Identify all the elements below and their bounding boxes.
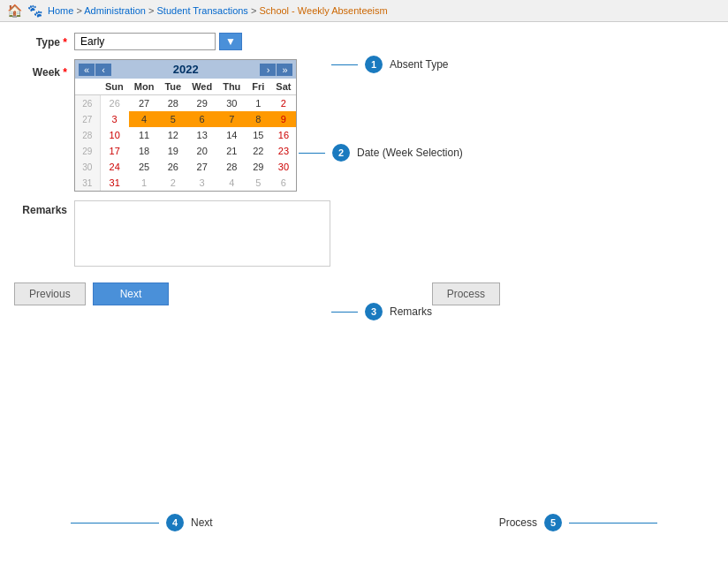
remarks-textarea[interactable]	[74, 200, 330, 267]
calendar-day[interactable]: 5	[159, 111, 186, 127]
calendar-day[interactable]: 13	[186, 127, 217, 143]
calendar-day[interactable]: 3	[186, 175, 217, 191]
week-number: 29	[75, 143, 100, 159]
next-month-button[interactable]: ›	[260, 64, 276, 76]
form-section: Type * ▼ Week * « ‹ 2022	[14, 33, 500, 305]
badge-4: 4	[166, 514, 184, 531]
remarks-row: Remarks	[14, 200, 500, 267]
next-button[interactable]: Next	[93, 282, 170, 305]
calendar-day[interactable]: 30	[217, 95, 246, 112]
calendar-day[interactable]: 16	[270, 127, 296, 143]
type-label: Type *	[14, 33, 67, 49]
annotation-remarks: Remarks	[390, 305, 432, 318]
prev-nav-group: « ‹	[79, 64, 111, 76]
calendar-day[interactable]: 4	[217, 175, 246, 191]
calendar-day[interactable]: 28	[217, 159, 246, 175]
logo-icon: 🐾	[27, 4, 42, 18]
calendar-day[interactable]: 11	[129, 127, 160, 143]
calendar-day[interactable]: 28	[159, 95, 186, 112]
calendar-table: Sun Mon Tue Wed Thu Fri Sat 262627282930…	[75, 79, 296, 191]
calendar-day[interactable]: 9	[270, 111, 296, 127]
mon-header: Mon	[129, 79, 160, 95]
calendar: « ‹ 2022 › » Sun Mon	[74, 59, 297, 192]
prev-year-button[interactable]: «	[79, 64, 95, 76]
calendar-day[interactable]: 27	[129, 95, 160, 112]
calendar-day[interactable]: 20	[186, 143, 217, 159]
annotation-process-bottom: Process	[499, 516, 537, 529]
calendar-day[interactable]: 26	[100, 95, 129, 112]
calendar-week-row[interactable]: 26262728293012	[75, 95, 296, 112]
next-nav-group: › »	[260, 64, 292, 76]
required-star-week: *	[63, 66, 67, 79]
calendar-week-row[interactable]: 273456789	[75, 111, 296, 127]
calendar-day[interactable]: 25	[129, 159, 160, 175]
week-number: 27	[75, 111, 100, 127]
calendar-day[interactable]: 29	[246, 159, 270, 175]
remarks-label: Remarks	[14, 200, 67, 216]
sun-header: Sun	[100, 79, 129, 95]
breadcrumb-admin[interactable]: Administration	[84, 5, 146, 16]
calendar-day[interactable]: 3	[100, 111, 129, 127]
calendar-day[interactable]: 24	[100, 159, 129, 175]
badge-5: 5	[544, 514, 562, 531]
week-label: Week *	[14, 59, 67, 79]
calendar-day[interactable]: 27	[186, 159, 217, 175]
calendar-day[interactable]: 1	[129, 175, 160, 191]
button-row: Previous Next Process	[14, 282, 500, 305]
calendar-day[interactable]: 29	[186, 95, 217, 112]
calendar-day[interactable]: 21	[217, 143, 246, 159]
annotation-next-bottom: Next	[191, 516, 213, 529]
week-row: Week * « ‹ 2022 › »	[14, 59, 500, 192]
calendar-week-row[interactable]: 3024252627282930	[75, 159, 296, 175]
prev-month-button[interactable]: ‹	[95, 64, 111, 76]
previous-button[interactable]: Previous	[14, 282, 86, 305]
next-year-button[interactable]: »	[277, 64, 292, 76]
calendar-day[interactable]: 5	[246, 175, 270, 191]
calendar-day[interactable]: 2	[159, 175, 186, 191]
calendar-day[interactable]: 7	[217, 111, 246, 127]
main-content: Type * ▼ Week * « ‹ 2022	[0, 22, 728, 316]
type-input[interactable]	[74, 33, 216, 50]
calendar-day[interactable]: 26	[159, 159, 186, 175]
calendar-day[interactable]: 2	[270, 95, 296, 112]
sat-header: Sat	[270, 79, 296, 95]
calendar-header: « ‹ 2022 › »	[75, 60, 296, 79]
fri-header: Fri	[246, 79, 270, 95]
calendar-day[interactable]: 23	[270, 143, 296, 159]
calendar-header-row: Sun Mon Tue Wed Thu Fri Sat	[75, 79, 296, 95]
wed-header: Wed	[186, 79, 217, 95]
calendar-day[interactable]: 6	[270, 175, 296, 191]
calendar-day[interactable]: 8	[246, 111, 270, 127]
process-button[interactable]: Process	[432, 282, 500, 305]
calendar-day[interactable]: 1	[246, 95, 270, 112]
calendar-day[interactable]: 6	[186, 111, 217, 127]
required-star-type: *	[63, 36, 67, 49]
type-dropdown-button[interactable]: ▼	[219, 33, 242, 50]
badge-3: 3	[365, 303, 383, 320]
top-bar: 🏠 🐾 Home > Administration > Student Tran…	[0, 0, 728, 22]
type-select-container: ▼	[74, 33, 242, 50]
week-col-header	[75, 79, 100, 95]
week-number: 31	[75, 175, 100, 191]
calendar-day[interactable]: 19	[159, 143, 186, 159]
calendar-week-row[interactable]: 2917181920212223	[75, 143, 296, 159]
calendar-day[interactable]: 12	[159, 127, 186, 143]
calendar-day[interactable]: 14	[217, 127, 246, 143]
breadcrumb-home[interactable]: Home	[48, 5, 73, 16]
calendar-day[interactable]: 30	[270, 159, 296, 175]
calendar-year: 2022	[111, 63, 260, 76]
calendar-day[interactable]: 18	[129, 143, 160, 159]
week-number: 28	[75, 127, 100, 143]
calendar-day[interactable]: 15	[246, 127, 270, 143]
calendar-week-row[interactable]: 3131123456	[75, 175, 296, 191]
calendar-day[interactable]: 4	[129, 111, 160, 127]
thu-header: Thu	[217, 79, 246, 95]
home-icon: 🏠	[7, 4, 22, 18]
breadcrumb-transactions[interactable]: Student Transactions	[157, 5, 248, 16]
calendar-day[interactable]: 31	[100, 175, 129, 191]
calendar-day[interactable]: 17	[100, 143, 129, 159]
calendar-day[interactable]: 22	[246, 143, 270, 159]
calendar-week-row[interactable]: 2810111213141516	[75, 127, 296, 143]
tue-header: Tue	[159, 79, 186, 95]
calendar-day[interactable]: 10	[100, 127, 129, 143]
